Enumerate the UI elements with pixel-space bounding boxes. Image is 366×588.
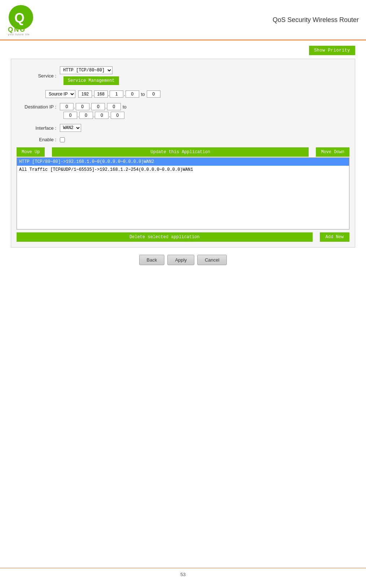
- dest-dot-3: .: [105, 104, 107, 110]
- delete-selected-button[interactable]: Delete selected application: [17, 232, 313, 242]
- enable-label: Enable :: [17, 137, 60, 142]
- service-controls: HTTP [TCP/80~80] Service Management: [60, 66, 119, 85]
- list-item[interactable]: HTTP [TCP/80~80]->192.168.1.0~0(0.0.0.0~…: [17, 158, 349, 166]
- dest-dot-5: .: [78, 113, 79, 118]
- source-ip-field-2[interactable]: 168: [94, 90, 108, 98]
- bottom-buttons-row: Delete selected application Add New: [17, 232, 349, 242]
- service-label: Service :: [17, 73, 60, 79]
- dot-2: .: [108, 92, 110, 97]
- service-select[interactable]: HTTP [TCP/80~80]: [60, 66, 113, 74]
- dest-ip-field-1[interactable]: 0: [60, 103, 74, 110]
- source-ip-field-3[interactable]: 1: [110, 90, 123, 98]
- action-buttons-row: Move Up Update this Application Move Dow…: [17, 147, 349, 157]
- dest-ip-field-7[interactable]: 0: [95, 112, 109, 119]
- form-panel: Service : HTTP [TCP/80~80] Service Manag…: [11, 59, 355, 248]
- dest-ip-row: Destination IP : 0 . 0 . 0 . 0 to: [17, 103, 349, 110]
- header: Q QNO your future life QoS Security Wire…: [0, 0, 366, 40]
- footer: 53: [0, 568, 366, 577]
- dest-ip-field-2[interactable]: 0: [76, 103, 89, 110]
- source-ip-field-4[interactable]: 0: [125, 90, 139, 98]
- dest-ip-field-8[interactable]: 0: [111, 112, 124, 119]
- list-item[interactable]: All Traffic [TCP&UDP/1~65535]->192.168.1…: [17, 166, 349, 174]
- dest-ip-row-2: 0 . 0 . 0 . 0: [63, 112, 349, 119]
- dest-dot-2: .: [90, 104, 91, 110]
- dest-ip-to: to: [123, 104, 127, 110]
- logo-svg: Q QNO your future life: [7, 4, 40, 36]
- interface-row: Interface : WAN1 WAN2 WAN3: [17, 124, 349, 132]
- application-listbox[interactable]: HTTP [TCP/80~80]->192.168.1.0~0(0.0.0.0~…: [17, 157, 349, 230]
- svg-text:QNO: QNO: [8, 26, 26, 33]
- source-ip-row: Source IP Any Single IP IP Range 192 . 1…: [17, 90, 349, 98]
- source-ip-to: to: [141, 92, 145, 97]
- add-new-button[interactable]: Add New: [320, 232, 349, 242]
- dest-ip-field-3[interactable]: 0: [91, 103, 105, 110]
- service-row: Service : HTTP [TCP/80~80] Service Manag…: [17, 66, 349, 85]
- logo: Q QNO your future life: [7, 4, 40, 36]
- interface-label: Interface :: [17, 125, 60, 131]
- interface-select[interactable]: WAN1 WAN2 WAN3: [60, 124, 81, 132]
- move-up-button[interactable]: Move Up: [17, 147, 45, 157]
- dest-ip-field-4[interactable]: 0: [107, 103, 121, 110]
- move-down-button[interactable]: Move Down: [316, 147, 349, 157]
- main-content: Show Priority Service : HTTP [TCP/80~80]…: [0, 40, 366, 276]
- source-ip-type-select[interactable]: Source IP Any Single IP IP Range: [45, 90, 75, 98]
- dot-1: .: [92, 92, 94, 97]
- dest-dot-1: .: [74, 104, 75, 110]
- dest-ip-field-6[interactable]: 0: [79, 112, 93, 119]
- dest-ip-label: Destination IP :: [17, 104, 60, 110]
- dest-dot-6: .: [93, 113, 95, 118]
- dot-3: .: [124, 92, 125, 97]
- source-ip-field-5[interactable]: 0: [147, 90, 160, 98]
- dest-ip-field-5[interactable]: 0: [63, 112, 77, 119]
- cancel-button[interactable]: Cancel: [197, 255, 227, 265]
- back-button[interactable]: Back: [139, 255, 165, 265]
- enable-row: Enable :: [17, 137, 349, 142]
- show-priority-container: Show Priority: [11, 46, 355, 55]
- svg-text:Q: Q: [14, 10, 25, 25]
- source-ip-field-1[interactable]: 192: [78, 90, 92, 98]
- update-application-button[interactable]: Update this Application: [52, 147, 309, 157]
- dest-dot-7: .: [109, 113, 110, 118]
- page-title: QoS Security Wireless Router: [273, 16, 359, 24]
- service-management-button[interactable]: Service Management: [63, 76, 119, 85]
- apply-button[interactable]: Apply: [167, 255, 194, 265]
- svg-text:your future life: your future life: [8, 33, 30, 36]
- apply-row: Back Apply Cancel: [11, 255, 355, 265]
- page-number: 53: [180, 572, 185, 577]
- enable-checkbox[interactable]: [60, 137, 65, 142]
- show-priority-button[interactable]: Show Priority: [309, 46, 355, 55]
